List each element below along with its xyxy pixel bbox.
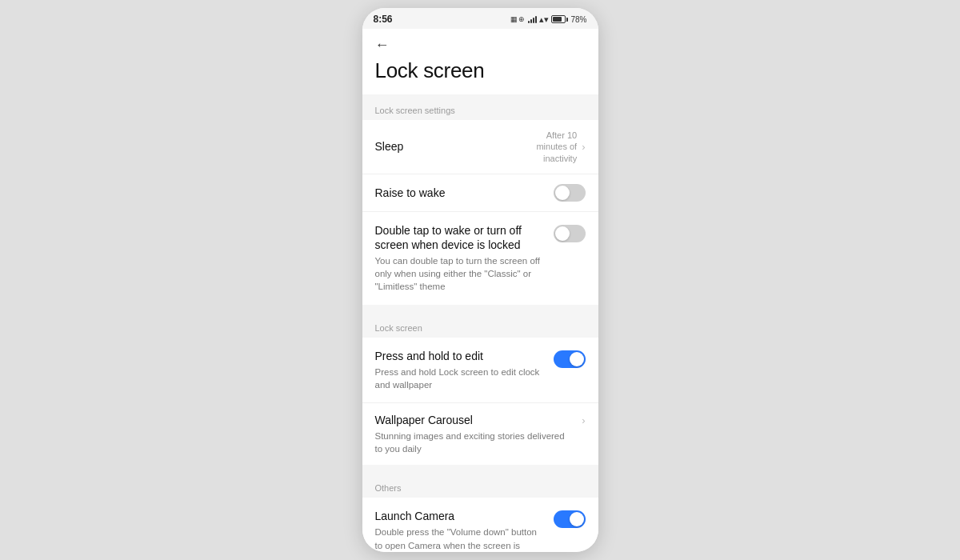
status-bar: 8:56 ▦⊕ ▴▾ 78% [362, 8, 598, 29]
back-button[interactable]: ← [375, 37, 390, 54]
section-label-2: Others [362, 472, 598, 498]
chevron-icon-sleep: › [582, 141, 585, 153]
battery-percent: 78% [570, 15, 586, 24]
setting-title-sleep: Sleep [375, 139, 506, 154]
setting-subtitle-press-hold: Press and hold Lock screen to edit clock… [375, 366, 546, 391]
setting-row-double-tap[interactable]: Double tap to wake or turn off screen wh… [362, 212, 598, 305]
toggle-double-tap[interactable] [554, 225, 586, 242]
phone-container: 8:56 ▦⊕ ▴▾ 78% ← Lock s [362, 8, 598, 552]
setting-subtitle-wallpaper-carousel: Stunning images and exciting stories del… [375, 430, 573, 455]
toggle-knob-double-tap [555, 226, 570, 241]
divider-1 [362, 466, 598, 472]
status-icons: ▦⊕ ▴▾ 78% [510, 14, 586, 25]
setting-right-raise-to-wake [554, 184, 586, 202]
toggle-knob-press-hold [570, 352, 584, 366]
setting-left-press-hold: Press and hold to edit Press and hold Lo… [375, 349, 554, 391]
signal-bars-icon [528, 15, 537, 23]
setting-right-sleep: After 10 minutes of inactivity › [513, 130, 585, 164]
toggle-knob-launch-camera [570, 512, 584, 526]
header-area: ← Lock screen [362, 29, 598, 94]
setting-right-double-tap [554, 225, 586, 242]
setting-title-double-tap: Double tap to wake or turn off screen wh… [375, 223, 546, 252]
setting-row-raise-to-wake[interactable]: Raise to wake [362, 174, 598, 212]
battery-icon [551, 15, 568, 23]
network-icon: ▦⊕ [510, 15, 526, 23]
toggle-knob-raise-to-wake [555, 186, 570, 200]
divider-0 [362, 306, 598, 312]
settings-card-0: Sleep After 10 minutes of inactivity › R… [362, 120, 598, 305]
setting-row-sleep[interactable]: Sleep After 10 minutes of inactivity › [362, 120, 598, 174]
setting-left-wallpaper-carousel: Wallpaper Carousel Stunning images and e… [375, 413, 581, 455]
chevron-icon-wallpaper: › [582, 414, 585, 426]
wifi-icon: ▴▾ [539, 14, 549, 25]
status-time: 8:56 [374, 14, 393, 25]
setting-row-wallpaper-carousel[interactable]: Wallpaper Carousel Stunning images and e… [362, 403, 598, 465]
setting-title-launch-camera: Launch Camera [375, 509, 546, 523]
setting-subtitle-double-tap: You can double tap to turn the screen of… [375, 254, 546, 293]
setting-title-press-hold: Press and hold to edit [375, 349, 546, 363]
setting-right-wallpaper-carousel: › [580, 414, 585, 426]
toggle-launch-camera[interactable] [554, 510, 586, 528]
section-label-1: Lock screen [362, 312, 598, 338]
setting-subtitle-launch-camera: Double press the "Volume down" button to… [375, 526, 546, 552]
section-label-0: Lock screen settings [362, 94, 598, 120]
page-title: Lock screen [375, 58, 586, 83]
scroll-content[interactable]: ← Lock screen Lock screen settings Sleep… [362, 29, 598, 552]
setting-title-raise-to-wake: Raise to wake [375, 186, 546, 200]
setting-title-wallpaper-carousel: Wallpaper Carousel [375, 413, 573, 427]
setting-left-raise-to-wake: Raise to wake [375, 186, 554, 200]
setting-left-sleep: Sleep [375, 139, 514, 154]
setting-row-launch-camera[interactable]: Launch Camera Double press the "Volume d… [362, 498, 598, 552]
toggle-press-hold[interactable] [554, 350, 586, 368]
setting-row-press-hold[interactable]: Press and hold to edit Press and hold Lo… [362, 338, 598, 403]
setting-left-launch-camera: Launch Camera Double press the "Volume d… [375, 509, 554, 552]
setting-value-sleep: After 10 minutes of inactivity [513, 130, 577, 164]
settings-card-1: Press and hold to edit Press and hold Lo… [362, 338, 598, 466]
setting-right-launch-camera [554, 510, 586, 528]
toggle-raise-to-wake[interactable] [554, 184, 586, 202]
setting-right-press-hold [554, 350, 586, 368]
settings-card-2: Launch Camera Double press the "Volume d… [362, 498, 598, 552]
setting-left-double-tap: Double tap to wake or turn off screen wh… [375, 223, 554, 294]
